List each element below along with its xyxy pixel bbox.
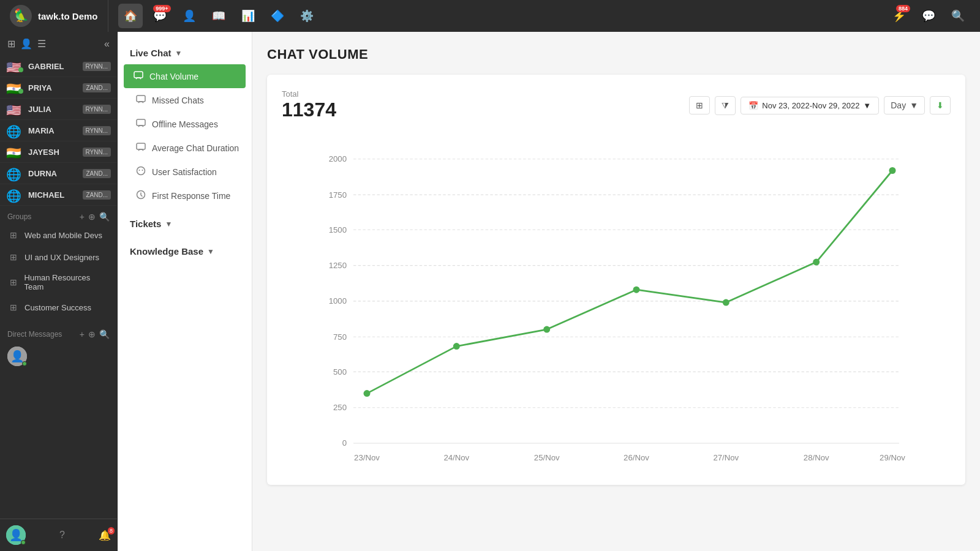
line-chart: 0 250 500 750 1000 1250 1500 1750 2000 bbox=[282, 133, 951, 470]
chart-controls: Total 11374 ⊞ ⧩ 📅 Nov 23, 2022-Nov 29, 2… bbox=[282, 89, 951, 121]
svg-rect-9 bbox=[137, 143, 145, 149]
contact-name: JAYESH bbox=[28, 148, 78, 157]
analytics-nav-item-avg-chat-duration[interactable]: Average Chat Duration bbox=[118, 136, 252, 160]
nav-item-label: Chat Volume bbox=[149, 72, 198, 81]
group-item[interactable]: ⊞ UI and UX Designers bbox=[0, 246, 117, 268]
tickets-section-title[interactable]: Tickets ▼ bbox=[118, 212, 252, 235]
help-icon[interactable]: ? bbox=[59, 530, 65, 541]
svg-text:26/Nov: 26/Nov bbox=[624, 453, 649, 462]
analytics-nav-item-missed-chats[interactable]: Missed Chats bbox=[118, 88, 252, 112]
dm-item[interactable]: 👤 bbox=[0, 342, 117, 371]
chat-item[interactable]: 🌐 MICHAEL ZAND... bbox=[0, 184, 117, 206]
svg-text:500: 500 bbox=[333, 367, 347, 377]
bell-icon[interactable]: 🔔 8 bbox=[99, 530, 111, 541]
chart-total-info: Total 11374 bbox=[282, 89, 336, 121]
svg-text:1000: 1000 bbox=[329, 296, 347, 305]
nav-messages-btn[interactable]: 💬 bbox=[916, 4, 941, 28]
nav-notifications-btn[interactable]: ⚡ 884 bbox=[887, 4, 911, 28]
svg-text:29/Nov: 29/Nov bbox=[880, 453, 905, 462]
nav-home-btn[interactable]: 🏠 bbox=[118, 4, 143, 28]
analytics-nav-item-offline-messages[interactable]: Offline Messages bbox=[118, 112, 252, 136]
contact-flag: 🇺🇸 bbox=[6, 60, 23, 72]
search-group-icon[interactable]: 🔍 bbox=[99, 212, 110, 222]
dm-icon2[interactable]: ⊕ bbox=[88, 329, 96, 339]
app-logo: 🦜 tawk.to Demo bbox=[10, 0, 108, 32]
contact-flag: 🌐 bbox=[6, 189, 23, 201]
chat-item[interactable]: 🇮🇳 JAYESH RYNN... bbox=[0, 141, 117, 163]
chat-list: 🇺🇸 GABRIEL RYNN... 🇮🇳 PRIYA ZAND... 🇺🇸 J… bbox=[0, 56, 117, 206]
nav-item-icon bbox=[136, 142, 146, 154]
chat-item[interactable]: 🌐 DURNA ZAND... bbox=[0, 163, 117, 184]
svg-point-11 bbox=[139, 170, 140, 171]
svg-rect-7 bbox=[137, 96, 145, 102]
group-icon: ⊞ bbox=[7, 229, 20, 241]
chat-item[interactable]: 🇮🇳 PRIYA ZAND... bbox=[0, 77, 117, 99]
svg-text:28/Nov: 28/Nov bbox=[804, 453, 829, 462]
contact-flag: 🇮🇳 bbox=[6, 81, 23, 94]
group-icon: ⊞ bbox=[7, 301, 20, 313]
svg-text:750: 750 bbox=[333, 332, 347, 342]
nav-settings-btn[interactable]: ⚙️ bbox=[295, 4, 319, 28]
group-item[interactable]: ⊞ Human Resources Team bbox=[0, 268, 117, 296]
chat-item[interactable]: 🇺🇸 GABRIEL RYNN... bbox=[0, 56, 117, 77]
chart-title: CHAT VOLUME bbox=[267, 47, 965, 62]
group-name: UI and UX Designers bbox=[24, 253, 99, 262]
user-avatar[interactable]: 👤 bbox=[6, 525, 26, 545]
date-range-button[interactable]: 📅 Nov 23, 2022-Nov 29, 2022 ▼ bbox=[741, 97, 879, 114]
chart-area: CHAT VOLUME Total 11374 ⊞ ⧩ 📅 bbox=[252, 32, 980, 551]
chat-item[interactable]: 🇺🇸 JULIA RYNN... bbox=[0, 99, 117, 120]
svg-text:250: 250 bbox=[333, 403, 347, 412]
svg-text:23/Nov: 23/Nov bbox=[354, 453, 380, 462]
analytics-nav-item-chat-volume[interactable]: Chat Volume bbox=[124, 64, 246, 88]
chat-sidebar: ⊞ 👤 ☰ « 🇺🇸 GABRIEL RYNN... 🇮🇳 PRIYA ZAND… bbox=[0, 32, 118, 551]
knowledge-base-arrow: ▼ bbox=[207, 247, 214, 256]
sidebar-bottom: 👤 ? 🔔 8 bbox=[0, 519, 117, 551]
add-group-icon[interactable]: + bbox=[80, 212, 85, 222]
nav-contacts-btn[interactable]: 👤 bbox=[177, 4, 202, 28]
groups-section-title: Groups + ⊕ 🔍 bbox=[0, 206, 117, 224]
nav-item-label: Offline Messages bbox=[152, 119, 218, 129]
chat-item[interactable]: 🌐 MARIA RYNN... bbox=[0, 120, 117, 141]
add-dm-icon[interactable]: + bbox=[80, 329, 85, 339]
search-dm-icon[interactable]: 🔍 bbox=[99, 329, 110, 339]
knowledge-base-section-title[interactable]: Knowledge Base ▼ bbox=[118, 240, 252, 263]
data-point-6 bbox=[813, 259, 820, 266]
group-item[interactable]: ⊞ Customer Success bbox=[0, 296, 117, 318]
collapse-icon[interactable]: « bbox=[104, 39, 110, 50]
online-indicator bbox=[18, 67, 23, 72]
download-button[interactable]: ⬇ bbox=[930, 96, 951, 114]
contact-label: RYNN... bbox=[83, 105, 111, 114]
nav-chat-btn[interactable]: 💬 999+ bbox=[148, 4, 172, 28]
analytics-nav-item-user-satisfaction[interactable]: User Satisfaction bbox=[118, 160, 252, 184]
nav-monitor-btn[interactable]: 🔷 bbox=[265, 4, 290, 28]
nav-item-label: First Response Time bbox=[152, 191, 230, 201]
contact-label: RYNN... bbox=[83, 148, 111, 157]
svg-text:0: 0 bbox=[342, 438, 347, 448]
filter-button[interactable]: ⧩ bbox=[715, 96, 736, 115]
tickets-arrow: ▼ bbox=[165, 220, 172, 228]
menu-icon: ☰ bbox=[37, 38, 46, 50]
dm-avatar: 👤 bbox=[7, 347, 27, 366]
svg-text:1750: 1750 bbox=[329, 190, 347, 200]
group-item[interactable]: ⊞ Web and Mobile Devs bbox=[0, 224, 117, 246]
nav-search-btn[interactable]: 🔍 bbox=[946, 4, 970, 28]
svg-text:1500: 1500 bbox=[329, 225, 347, 234]
nav-book-btn[interactable]: 📖 bbox=[206, 4, 231, 28]
group-name: Customer Success bbox=[24, 303, 91, 312]
chat-badge: 999+ bbox=[153, 5, 170, 12]
contact-flag: 🌐 bbox=[6, 167, 23, 179]
contact-label: RYNN... bbox=[83, 62, 111, 71]
notification-badge: 884 bbox=[896, 5, 910, 12]
contact-flag: 🇮🇳 bbox=[6, 146, 23, 158]
group-icon: ⊞ bbox=[7, 251, 20, 263]
group-icon2[interactable]: ⊕ bbox=[88, 212, 96, 222]
live-chat-section-title[interactable]: Live Chat ▼ bbox=[118, 42, 252, 64]
period-button[interactable]: Day ▼ bbox=[884, 96, 925, 114]
analytics-nav-item-first-response[interactable]: First Response Time bbox=[118, 184, 252, 208]
nav-analytics-btn[interactable]: 📊 bbox=[236, 4, 260, 28]
chart-total-label: Total bbox=[282, 89, 336, 99]
grid-view-button[interactable]: ⊞ bbox=[689, 96, 710, 114]
date-dropdown-arrow: ▼ bbox=[863, 101, 871, 110]
svg-rect-8 bbox=[137, 119, 145, 126]
svg-text:👤: 👤 bbox=[10, 350, 24, 363]
